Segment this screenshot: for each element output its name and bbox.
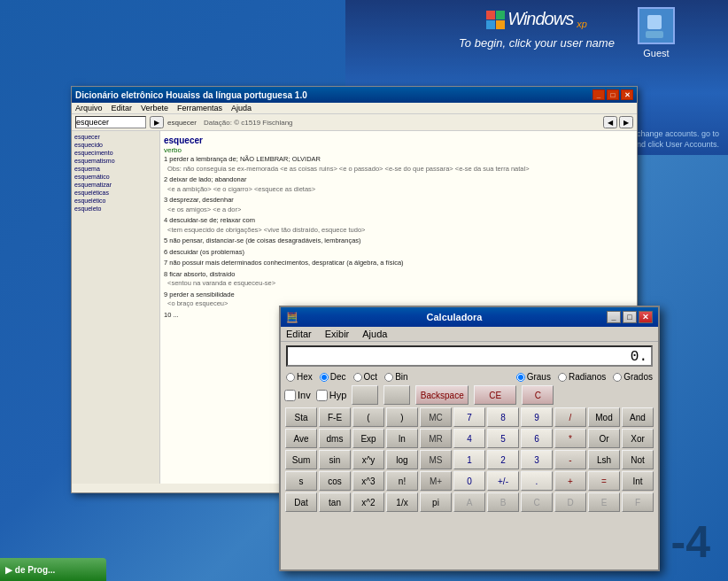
lsh-button[interactable]: Lsh <box>588 450 620 469</box>
7-button[interactable]: 7 <box>453 407 485 427</box>
menu-editar[interactable]: Editar <box>286 329 312 339</box>
sum-button[interactable]: Sum <box>285 450 317 469</box>
ln-button[interactable]: ln <box>386 429 418 448</box>
oct-radio[interactable] <box>353 373 362 382</box>
prev-button[interactable]: ◀ <box>603 116 617 128</box>
8-button[interactable]: 8 <box>487 407 519 427</box>
b-button[interactable]: B <box>487 492 519 512</box>
menu-editar[interactable]: Editar <box>112 104 133 112</box>
cos-button[interactable]: cos <box>319 471 351 491</box>
xor-button[interactable]: Xor <box>622 429 654 448</box>
radianos-radio-label[interactable]: Radianos <box>558 372 606 382</box>
not-button[interactable]: Not <box>622 450 654 469</box>
sidebar-item[interactable]: esquematismo <box>74 157 158 165</box>
inv-checkbox[interactable] <box>284 390 296 401</box>
search-input[interactable] <box>75 116 146 128</box>
open-paren-button[interactable]: ( <box>352 407 384 427</box>
menu-ajuda[interactable]: Ajuda <box>231 104 252 112</box>
x3-button[interactable]: x^3 <box>352 471 384 491</box>
sidebar-item[interactable]: esqueleto <box>74 205 158 213</box>
c-hex-button[interactable]: C <box>521 492 553 512</box>
menu-exibir[interactable]: Exibir <box>325 329 350 339</box>
sta-button[interactable]: Sta <box>285 407 317 427</box>
fe-button[interactable]: F-E <box>319 407 351 427</box>
dec-radio[interactable] <box>320 373 329 382</box>
6-button[interactable]: 6 <box>521 429 553 448</box>
sidebar-item[interactable]: esquecer <box>74 133 158 141</box>
dms-button[interactable]: dms <box>319 429 351 448</box>
add-button[interactable]: + <box>554 471 586 491</box>
disabled-btn-1[interactable] <box>352 385 378 405</box>
pi-button[interactable]: pi <box>420 492 452 512</box>
oct-radio-label[interactable]: Oct <box>353 372 378 382</box>
graus-radio-label[interactable]: Graus <box>516 372 551 382</box>
f-button[interactable]: F <box>622 492 654 512</box>
bin-radio-label[interactable]: Bin <box>384 372 407 382</box>
xy-button[interactable]: x^y <box>352 450 384 469</box>
calc-close-btn[interactable]: ✕ <box>639 311 653 323</box>
menu-verbete[interactable]: Verbete <box>141 104 168 112</box>
menu-ajuda[interactable]: Ajuda <box>362 329 387 339</box>
hex-radio[interactable] <box>286 373 295 382</box>
sidebar-item[interactable]: esquematizar <box>74 181 158 189</box>
log-button[interactable]: log <box>386 450 418 469</box>
bin-radio[interactable] <box>384 373 393 382</box>
disabled-btn-2[interactable] <box>383 385 410 405</box>
hyp-checkbox-label[interactable]: Hyp <box>316 390 347 401</box>
e-button[interactable]: E <box>588 492 620 512</box>
mplus-button[interactable]: M+ <box>420 471 452 491</box>
maximize-button[interactable]: □ <box>607 89 619 100</box>
ce-button[interactable]: CE <box>474 385 516 405</box>
mod-button[interactable]: Mod <box>588 407 620 427</box>
dec-radio-label[interactable]: Dec <box>320 372 346 382</box>
c-button[interactable]: C <box>522 385 554 405</box>
exp-button[interactable]: Exp <box>352 429 384 448</box>
start-button-area[interactable]: ▶ de Prog... <box>0 558 106 581</box>
ms-button[interactable]: MS <box>420 450 452 469</box>
next-button[interactable]: ▶ <box>619 116 633 128</box>
backspace-button[interactable]: Backspace <box>415 385 469 405</box>
dat-button[interactable]: Dat <box>285 492 317 512</box>
9-button[interactable]: 9 <box>521 407 553 427</box>
calc-maximize-btn[interactable]: □ <box>623 311 637 323</box>
hex-radio-label[interactable]: Hex <box>286 372 313 382</box>
menu-arquivo[interactable]: Arquivo <box>75 104 103 112</box>
menu-ferramentas[interactable]: Ferramentas <box>177 104 222 112</box>
mr-button[interactable]: MR <box>420 429 452 448</box>
inv-x-button[interactable]: 1/x <box>386 492 418 512</box>
decimal-button[interactable]: . <box>521 471 553 491</box>
2-button[interactable]: 2 <box>487 450 519 469</box>
inv-checkbox-label[interactable]: Inv <box>284 390 311 401</box>
radianos-radio[interactable] <box>558 373 567 382</box>
s-button[interactable]: s <box>285 471 317 491</box>
tan-button[interactable]: tan <box>319 492 351 512</box>
sidebar-item[interactable]: esqueléticas <box>74 189 158 197</box>
grados-radio-label[interactable]: Grados <box>613 372 653 382</box>
sidebar-item[interactable]: esquecimento <box>74 149 158 157</box>
4-button[interactable]: 4 <box>453 429 485 448</box>
sidebar-item[interactable]: esquemático <box>74 173 158 181</box>
sin-button[interactable]: sin <box>319 450 351 469</box>
ave-button[interactable]: Ave <box>285 429 317 448</box>
x2-button[interactable]: x^2 <box>352 492 384 512</box>
guest-account[interactable]: Guest <box>638 7 675 58</box>
plusminus-button[interactable]: +/- <box>487 471 519 491</box>
nl-button[interactable]: n! <box>386 471 418 491</box>
divide-button[interactable]: / <box>554 407 586 427</box>
grados-radio[interactable] <box>613 373 622 382</box>
sidebar-item[interactable]: esquecido <box>74 141 158 149</box>
mc-button[interactable]: MC <box>420 407 452 427</box>
sidebar-item[interactable]: esquema <box>74 165 158 173</box>
equals-button[interactable]: = <box>588 471 620 491</box>
sidebar-item[interactable]: esquelético <box>74 197 158 205</box>
3-button[interactable]: 3 <box>521 450 553 469</box>
and-button[interactable]: And <box>622 407 654 427</box>
1-button[interactable]: 1 <box>453 450 485 469</box>
multiply-button[interactable]: * <box>554 429 586 448</box>
int-button[interactable]: Int <box>622 471 654 491</box>
calc-minimize-btn[interactable]: _ <box>607 311 621 323</box>
5-button[interactable]: 5 <box>487 429 519 448</box>
close-paren-button[interactable]: ) <box>386 407 418 427</box>
d-button[interactable]: D <box>554 492 586 512</box>
or-button[interactable]: Or <box>588 429 620 448</box>
